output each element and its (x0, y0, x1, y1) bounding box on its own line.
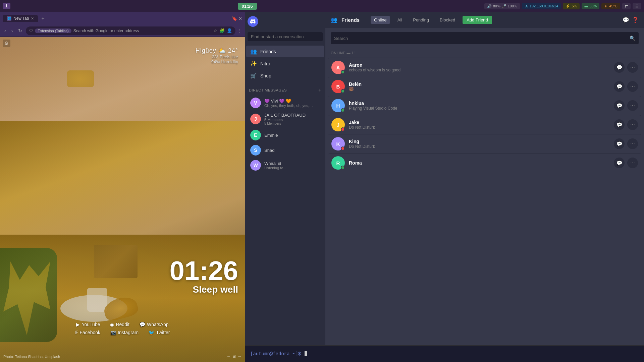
dm-icon[interactable]: 💬 (623, 17, 629, 23)
message-friend-button[interactable]: 💬 (614, 119, 625, 130)
instagram-link[interactable]: 📷 Instagram (110, 330, 139, 335)
friend-avatar: H (331, 99, 345, 112)
back-button[interactable]: ‹ (3, 27, 8, 34)
dm-item[interactable]: J JAIL OF BAOFRAUD 5 Members 5 Members (246, 111, 324, 127)
extension-icon[interactable]: 🧩 (219, 28, 225, 33)
message-friend-button[interactable]: 💬 (614, 62, 625, 73)
dm-name: Whira 🖥 (264, 161, 320, 166)
dm-item[interactable]: W Whira 🖥 Listening to... (246, 158, 324, 173)
tab-pending[interactable]: Pending (410, 16, 432, 24)
twitter-link[interactable]: 🐦 Twitter (149, 330, 170, 335)
social-links: ▶ YouTube ◉ Reddit 💬 WhatsApp 𝔽 (75, 322, 170, 335)
audio-indicator: 🔊 80% 🎤 100% (484, 3, 520, 9)
facebook-icon: 𝔽 (75, 330, 78, 335)
window-close-icon[interactable]: ✕ (238, 16, 242, 21)
whatsapp-icon: 💬 (140, 322, 145, 327)
photo-nav[interactable]: ← ⊞ → (227, 354, 241, 359)
message-friend-button[interactable]: 💬 (614, 81, 625, 92)
extension-badge[interactable]: Extension (Tabliss) (35, 28, 71, 33)
friends-search-input[interactable] (334, 36, 630, 41)
friend-status-dot (341, 127, 345, 131)
friend-list-item[interactable]: K King Do Not Disturb 💬 ⋯ (328, 134, 641, 153)
weather-feels: 28° Feels like (196, 54, 238, 59)
help-icon[interactable]: ❓ (632, 17, 639, 23)
dm-item[interactable]: V 💜 Vivi 💜 🧡 Oh, yes, they both, oh, yes… (246, 96, 324, 110)
dm-header-label: Direct Messages (249, 88, 287, 92)
reload-button[interactable]: ↻ (16, 27, 24, 34)
message-friend-button[interactable]: 💬 (614, 158, 625, 168)
friends-search-bar: 🔍 (325, 28, 644, 48)
tab-right-buttons: 🔖 ✕ (232, 16, 242, 21)
profile-icon[interactable]: 👤 (227, 28, 232, 33)
reddit-link[interactable]: ◉ Reddit (110, 322, 129, 327)
new-tab-button[interactable]: + (41, 15, 44, 21)
network-indicator: 🖧 192.168.0.103/24 (522, 3, 561, 9)
tab-blocked[interactable]: Blocked (436, 16, 459, 24)
tab-all[interactable]: All (394, 16, 406, 24)
friend-status-dot (341, 146, 345, 150)
more-options-icon[interactable]: ⋯ (627, 81, 638, 92)
friend-list-item[interactable]: J Jake Do Not Disturb 💬 ⋯ (328, 115, 641, 134)
forward-button[interactable]: › (10, 27, 15, 34)
friend-name: hnklua (349, 101, 610, 106)
dm-name: Emmie (264, 133, 320, 138)
dm-avatar: E (250, 130, 261, 140)
friend-avatar: K (331, 137, 345, 150)
sidebar-item-friends[interactable]: 👥 Friends (246, 46, 324, 57)
system-bar: 1 01:26 🔊 80% 🎤 100% 🖧 192.168.0.103/24 … (0, 0, 644, 12)
friend-list-item[interactable]: B Belén 🐻 💬 ⋯ (328, 77, 641, 96)
sys-right: 🔊 80% 🎤 100% 🖧 192.168.0.103/24 ⚡ 5% ▬ 3… (484, 3, 641, 9)
more-options-icon[interactable]: ⋯ (627, 138, 638, 149)
tab-close-button[interactable]: ✕ (31, 16, 34, 21)
friend-status: Playing Visual Studio Code (349, 106, 610, 111)
friend-list-item[interactable]: A Aaron echoes of wisdom is so good 💬 ⋯ (328, 58, 641, 77)
dm-item[interactable]: E Emmie (246, 128, 324, 142)
dm-info: Shad (264, 148, 320, 153)
youtube-link[interactable]: ▶ YouTube (76, 322, 100, 327)
friend-list-item[interactable]: R Roma 💬 ⋯ (328, 153, 641, 172)
bookmark-icon[interactable]: 🔖 (232, 16, 237, 21)
discord-sidebar: 👥 Friends ✨ Nitro 🛒 Shop Direct Messages… (245, 12, 325, 362)
sidebar-item-nitro[interactable]: ✨ Nitro (246, 58, 324, 69)
friend-status-dot (341, 108, 345, 112)
friend-status: Do Not Disturb (349, 144, 610, 149)
friend-status-dot (341, 89, 345, 93)
friend-name: Jake (349, 120, 610, 125)
browser-tab-new[interactable]: 🌐 New Tab ✕ (3, 15, 38, 22)
dm-avatar-img: V (250, 98, 261, 108)
sidebar-item-shop[interactable]: 🛒 Shop (246, 70, 324, 81)
message-friend-button[interactable]: 💬 (614, 138, 625, 149)
more-options-icon[interactable]: ⋯ (627, 119, 638, 130)
instagram-icon: 📷 (110, 330, 116, 335)
more-options-icon[interactable]: ⋯ (627, 158, 638, 168)
discord-find-input[interactable] (248, 32, 323, 41)
clock-display: 01:26 Sleep well (169, 257, 238, 295)
dm-section-header: Direct Messages + (245, 83, 325, 95)
sys-btn-2[interactable]: ☰ (633, 3, 641, 9)
address-text[interactable]: Search with Google or enter address (73, 28, 211, 33)
dm-add-button[interactable]: + (318, 87, 321, 93)
settings-gear-icon[interactable]: ⚙ (3, 40, 10, 47)
browser-menu-button[interactable]: ⋮ (237, 28, 242, 34)
bookmark-star-icon[interactable]: ☆ (213, 28, 217, 33)
add-friend-button[interactable]: Add Friend (463, 16, 492, 24)
friends-title-icon: 👥 (331, 17, 337, 23)
sys-btn-1[interactable]: ⇄ (622, 3, 631, 9)
weather-city: Higüey ⛅ 24° (196, 47, 238, 54)
friend-avatar: J (331, 118, 345, 131)
social-row-2: 𝔽 Facebook 📷 Instagram 🐦 Twitter (75, 330, 170, 335)
friends-panel-title: Friends (341, 17, 360, 23)
friend-list-item[interactable]: H hnklua Playing Visual Studio Code 💬 ⋯ (328, 96, 641, 115)
facebook-link[interactable]: 𝔽 Facebook (75, 330, 100, 335)
friend-info: Belén 🐻 (349, 81, 610, 92)
address-icons: ☆ 🧩 👤 (213, 28, 232, 33)
whatsapp-link[interactable]: 💬 WhatsApp (140, 322, 169, 327)
more-options-icon[interactable]: ⋯ (627, 62, 638, 73)
workspace-indicator[interactable]: 1 (3, 3, 10, 9)
online-section-header: ONLINE — 11 (325, 48, 644, 58)
browser-content: Higüey ⛅ 24° 28° Feels like 94% Humidity… (0, 37, 245, 362)
dm-item[interactable]: S Shad (246, 143, 324, 158)
tab-online[interactable]: Online (371, 16, 390, 24)
message-friend-button[interactable]: 💬 (614, 100, 625, 111)
more-options-icon[interactable]: ⋯ (627, 100, 638, 111)
